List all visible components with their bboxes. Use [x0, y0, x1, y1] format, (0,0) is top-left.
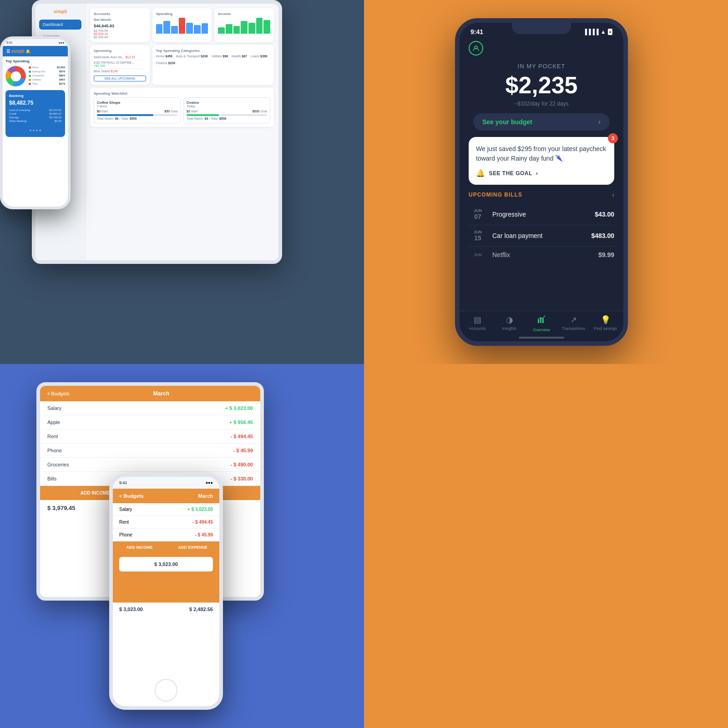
upcoming-items: Nationwide Auto Ins... $12.32 ESD PAYROL…	[94, 55, 146, 74]
upcoming-bills-title: UPCOMING BILLS	[469, 192, 522, 198]
top-categories-card: Top Spending Categories Home $456 Auto &…	[152, 45, 274, 85]
apple-name: Apple	[47, 420, 60, 425]
bill-item-carloan: JUN 15 Car loan payment $483.00	[469, 225, 614, 247]
apple-amount: + $ 956.45	[229, 420, 253, 425]
utilities-amount: $467	[59, 78, 65, 81]
savings-text: We just saved $295 from your latest payc…	[476, 144, 607, 163]
pocket-subtitle: ~$102/day for 22 days	[469, 101, 614, 107]
budget-row-rent: Rent - $ 494.45	[40, 430, 260, 444]
small-phone-status: 9:41 ●●●	[3, 39, 68, 46]
budget-row-phone: Phone - $ 45.99	[40, 444, 260, 458]
sidebar-item-dashboard[interactable]: Dashboard	[39, 20, 81, 30]
see-goal-button[interactable]: 🔔 SEE THE GOAL ›	[476, 169, 607, 177]
budget-phone: 9:41 ●●● < Budgets March Salary + $ 3,02…	[109, 473, 223, 710]
rent-name: Rent	[47, 434, 58, 439]
banking-savings: Savings $5,700.00	[9, 116, 61, 119]
savings-card: 3 We just saved $295 from your latest pa…	[469, 137, 614, 185]
phone-container: 9:41 ▐▐▐▐ ▲ ▪	[400, 23, 682, 341]
net-worth-label: Net Worth	[94, 18, 146, 22]
net-worth-value: $46,645.83	[94, 24, 146, 28]
upcoming-title: Upcoming	[94, 49, 146, 53]
bills-name: Bills	[47, 476, 56, 481]
spending-watchlist-card: Spending Watchlist Coffee Shops 7 items …	[90, 88, 274, 127]
carloan-name: Car loan payment	[492, 232, 591, 239]
bill-item-progressive: JUN 07 Progressive $43.00	[469, 204, 614, 225]
phone-notch	[512, 23, 571, 34]
see-all-btn[interactable]: SEE ALL UPCOMING	[94, 76, 146, 81]
budget-phone-inner: 9:41 ●●● < Budgets March Salary + $ 3,02…	[113, 477, 219, 706]
banking-credit: Credit $3,663.07	[9, 112, 61, 115]
carloan-month: JUN	[474, 230, 482, 234]
budget-area: < Budgets March Salary + $ 3,023.00 Appl…	[18, 382, 346, 710]
donut-chart	[5, 66, 26, 86]
watchlist-items: Coffee Shops 7 items $0 Start $50 Goal T…	[94, 97, 270, 123]
phone-home-button[interactable]	[155, 679, 177, 702]
spending-list: Rent $2,650 Eating Out $970 Groceries $8…	[29, 66, 65, 86]
see-budget-button[interactable]: See your budget ›	[473, 113, 610, 131]
banking-other: Other Banking $0.00	[9, 120, 61, 122]
phone-amount: - $ 45.99	[233, 448, 253, 453]
spending-bar-chart	[156, 18, 208, 34]
bill-item-netflix: JUN Netflix $9.99	[469, 247, 614, 263]
income-card: Income	[214, 8, 274, 42]
phone-add-income-button[interactable]: ADD INCOME	[113, 541, 166, 553]
phone-frame: 9:41 ▐▐▐▐ ▲ ▪	[455, 18, 628, 346]
carloan-amount: $483.00	[591, 232, 614, 239]
status-icons: ▐▐▐▐ ▲ ▪	[583, 29, 612, 35]
overview-tab-icon	[537, 315, 546, 326]
netflix-name: Netflix	[492, 251, 598, 258]
insights-tab-label: Insights	[502, 326, 516, 331]
bills-amount: - $ 330.00	[230, 476, 253, 481]
accounts-card: Accounts Net Worth $46,645.83 $3,704.54$…	[90, 8, 150, 42]
costco-label: Costco	[187, 101, 267, 105]
budget-phone-total-section: $ 3,023.00	[113, 553, 219, 575]
savings-tab-icon: 💡	[601, 315, 611, 325]
transactions-tab-label: Transactions	[562, 326, 585, 331]
rent-label: Rent	[32, 66, 56, 69]
budget-phone-back[interactable]: < Budgets	[119, 493, 143, 499]
banking-section: Banking $8,482.75 Cash & Checking $4,375…	[5, 90, 65, 137]
accounts-tab-label: Accounts	[469, 326, 486, 331]
tab-transactions[interactable]: ↗ Transactions	[557, 315, 589, 332]
netflix-amount: $9.99	[598, 251, 614, 258]
income-line-chart	[218, 18, 270, 34]
spending-item-pets: Pets $275	[29, 82, 65, 85]
phone-add-expense-button[interactable]: ADD EXPENSE	[166, 541, 219, 553]
spending-watchlist-title: Spending Watchlist	[94, 91, 270, 96]
tab-overview[interactable]: Overview	[526, 315, 557, 332]
bottom-right-quadrant	[364, 364, 728, 728]
budget-row-salary: Salary + $ 3,023.00	[40, 401, 260, 415]
budget-phone-footer	[113, 575, 219, 602]
small-phone-content: Top Spending Rent $2,650 Eating Out $970	[3, 56, 68, 140]
tab-accounts[interactable]: ▤ Accounts	[461, 315, 493, 332]
budget-phone-total-inner: $ 3,023.00	[119, 557, 213, 571]
tab-find-savings[interactable]: 💡 Find savings	[590, 315, 622, 332]
rent-dot	[29, 66, 31, 69]
bill-date-carloan: JUN 15	[469, 230, 487, 242]
svg-rect-1	[538, 319, 539, 323]
budget-month: March	[153, 390, 169, 397]
user-avatar[interactable]	[469, 41, 483, 56]
upcoming-bills-arrow[interactable]: ›	[612, 191, 614, 198]
netflix-month: JUN	[474, 253, 482, 257]
progressive-month: JUN	[474, 208, 482, 213]
spending-card: Spending	[152, 8, 212, 42]
upcoming-card: Upcoming Nationwide Auto Ins... $12.32 E…	[90, 45, 150, 85]
budget-back-label[interactable]: < Budgets	[47, 391, 70, 396]
bill-date-progressive: JUN 07	[469, 208, 487, 220]
pets-dot	[29, 83, 31, 85]
groceries-label: Groceries	[32, 74, 58, 77]
tab-insights[interactable]: ◑ Insights	[493, 315, 525, 332]
salary-name: Salary	[47, 405, 61, 411]
battery-icon: ▪	[608, 29, 612, 35]
budget-phone-list: Salary + $ 3,023.00 Rent - $ 494.45 Phon…	[113, 503, 219, 541]
total-label2: $ 2,482.56	[189, 607, 213, 612]
small-phone: 9:41 ●●● ☰ simpli 🔔 Top Spending Rent $2…	[0, 36, 71, 209]
eating-amount: $970	[59, 70, 65, 73]
progressive-name: Progressive	[492, 211, 595, 218]
bill-date-netflix: JUN	[469, 253, 487, 257]
spending-item-rent: Rent $2,650	[29, 66, 65, 69]
bell-icon: 🔔	[476, 169, 485, 177]
accounts-card-title: Accounts	[94, 12, 146, 16]
banking-title: Banking	[9, 94, 61, 98]
